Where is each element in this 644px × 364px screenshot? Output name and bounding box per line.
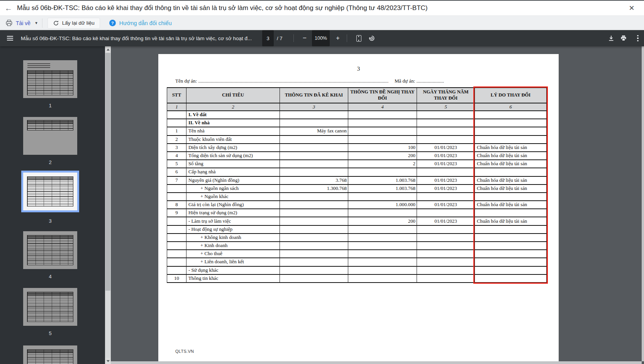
guide-label: Hướng dẫn đối chiếu [119, 20, 172, 26]
cell-chi-tieu: Hiện trạng sử dụng (m2) [186, 209, 280, 217]
cell-ly-do: Chuẩn hóa dữ liệu tài sản [475, 144, 547, 152]
cell-da-ke-khai [280, 250, 348, 258]
page-thumbnail-label: 5 [23, 330, 77, 336]
scroll-up-button[interactable] [105, 46, 111, 52]
cell-stt [167, 242, 186, 250]
doc-page-number: 3 [158, 66, 559, 72]
cell-ngay: 01/01/2023 [417, 144, 475, 152]
cell-chi-tieu: + Kinh doanh [186, 242, 280, 250]
page-number-input[interactable]: 3 [262, 30, 274, 46]
dotted-fill: ........................................… [417, 78, 444, 84]
page-thumbnail[interactable] [23, 288, 77, 326]
cell-stt: 4 [167, 152, 186, 160]
table-row: 3Diện tích xây dựng (m2)10001/01/2023Chu… [167, 144, 547, 152]
page-thumbnail[interactable] [23, 231, 77, 269]
cell-ngay [417, 266, 475, 274]
col-number: 4 [348, 103, 417, 111]
cell-stt: 8 [167, 201, 186, 209]
cell-da-ke-khai [280, 242, 348, 250]
cell-da-ke-khai [280, 209, 348, 217]
table-row: 1Tên nhàMáy fax canon [167, 127, 547, 135]
report-table: STT CHỈ TIÊU THÔNG TIN ĐÃ KÊ KHAI THÔNG … [167, 87, 547, 283]
cell-da-ke-khai [280, 144, 348, 152]
cell-de-nghi: 1.000.000 [348, 201, 417, 209]
fit-page-button[interactable] [353, 30, 364, 46]
action-bar-divider [42, 19, 42, 28]
cell-chi-tieu: Giá trị còn lại (Nghìn đồng) [186, 201, 280, 209]
cell-ly-do [475, 209, 547, 217]
sidebar-scrollbar[interactable] [105, 46, 111, 364]
menu-button[interactable] [5, 30, 15, 46]
pdf-viewer: 12345 3 Tên dự án: .....................… [0, 46, 644, 364]
reload-data-button[interactable]: Lấy lại dữ liệu [47, 18, 100, 29]
scroll-down-button[interactable] [105, 358, 111, 364]
cell-de-nghi [348, 168, 417, 176]
table-row: 2Thuộc khuôn viên đất [167, 135, 547, 144]
zoom-level[interactable]: 100% [312, 30, 330, 46]
cell-chi-tieu: II. Về nhà [186, 119, 280, 127]
main-vertical-scrollbar[interactable] [642, 46, 644, 361]
cell-de-nghi [348, 127, 417, 135]
print-icon [620, 35, 627, 41]
thumbnail-preview [27, 292, 73, 322]
header-ly-do: LÝ DO THAY ĐỔI [475, 88, 547, 103]
cell-da-ke-khai [280, 152, 348, 160]
sidebar-scrollbar-thumb[interactable] [105, 53, 110, 291]
cell-chi-tieu: + Nguồn ngân sách [186, 185, 280, 193]
pdf-preview-dialog: ← Mẫu số 06b-ĐK-TSC: Báo cáo kê khai tha… [0, 0, 644, 364]
guide-link[interactable]: ? Hướng dẫn đối chiếu [109, 20, 172, 26]
close-button[interactable]: ✕ [625, 1, 639, 15]
report-table-body: I. Về đấtII. Về nhà1Tên nhàMáy fax canon… [167, 111, 547, 283]
header-de-nghi: THÔNG TIN ĐỀ NGHỊ THAY ĐỔI [348, 88, 417, 103]
cell-da-ke-khai [280, 160, 348, 168]
header-chi-tieu: CHỈ TIÊU [186, 88, 280, 103]
cell-ngay: 01/01/2023 [417, 217, 475, 225]
download-label: Tải về [16, 20, 31, 26]
table-row: - Làm trụ sở làm việc20001/01/2023Chuẩn … [167, 217, 547, 225]
page-thumbnail[interactable] [23, 345, 77, 364]
cell-stt [167, 111, 186, 119]
zoom-in-button[interactable]: + [333, 30, 343, 46]
main-horizontal-scrollbar[interactable] [111, 361, 642, 364]
page-thumbnail[interactable] [23, 60, 77, 98]
table-row: I. Về đất [167, 111, 547, 119]
rotate-icon [368, 35, 375, 42]
cell-de-nghi: 1.003.768 [348, 176, 417, 185]
table-row: + Không kinh doanh [167, 234, 547, 242]
back-button[interactable]: ← [0, 1, 17, 15]
cell-ly-do: Chuẩn hóa dữ liệu tài sản [475, 160, 547, 168]
cell-stt: 5 [167, 160, 186, 168]
col-number: 5 [417, 103, 475, 111]
cell-da-ke-khai [280, 258, 348, 266]
page-thumbnail[interactable] [21, 171, 79, 212]
rotate-button[interactable] [366, 30, 378, 46]
cell-ly-do: Chuẩn hóa dữ liệu tài sản [475, 201, 547, 209]
cell-da-ke-khai [280, 201, 348, 209]
cell-ngay: 01/01/2023 [417, 201, 475, 209]
cell-de-nghi [348, 242, 417, 250]
table-row: 10Thông tin khác [167, 274, 547, 283]
cell-ngay [417, 234, 475, 242]
page-thumbnail[interactable] [23, 117, 77, 155]
download-pdf-button[interactable] [605, 30, 617, 46]
cell-stt [167, 217, 186, 225]
zoom-out-button[interactable]: − [300, 30, 310, 46]
thumbnail-preview [27, 349, 73, 364]
cell-chi-tieu: Số tầng [186, 160, 280, 168]
cell-de-nghi: 1.003.768 [348, 185, 417, 193]
cell-ly-do [475, 193, 547, 201]
cell-da-ke-khai [280, 193, 348, 201]
download-button[interactable]: Tải về ▾ [0, 16, 42, 30]
cell-ngay [417, 127, 475, 135]
cell-ngay [417, 193, 475, 201]
thumbnail-preview [27, 235, 73, 265]
cell-chi-tieu: - Làm trụ sở làm việc [186, 217, 280, 225]
cell-de-nghi: 200 [348, 217, 417, 225]
table-row: II. Về nhà [167, 119, 547, 127]
chevron-down-icon: ▾ [35, 20, 37, 25]
print-button[interactable] [618, 30, 629, 46]
cell-ngay: 01/01/2023 [417, 160, 475, 168]
more-options-button[interactable] [633, 30, 642, 46]
refresh-icon [53, 20, 59, 26]
cell-stt [167, 225, 186, 234]
